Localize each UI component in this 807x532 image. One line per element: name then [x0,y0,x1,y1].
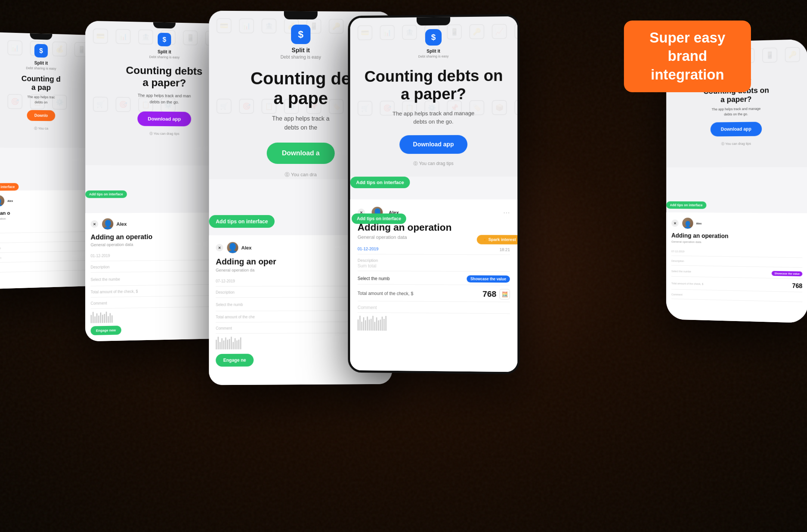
app-desc-5: The app helps track and managedebts on t… [706,106,766,117]
modal-avatar-3: 👤 [227,242,238,253]
tip-badge-3: Add tips on interface [209,215,275,228]
modal-user-5: Alex [696,222,702,225]
modal-user-2: Alex [116,221,127,227]
app-name-1: Split it [34,60,48,66]
engage-button-3[interactable]: Engage ne [216,354,253,367]
drag-hint-5: ⓪ You can drag tips [721,141,751,147]
app-desc-3: The app helps track adebts on the [261,114,341,132]
modal-avatar-1: 👤 [0,195,4,207]
total-value-4: 768 [483,289,497,299]
phone-modal-5: ✕ 👤 Alex Adding an operation General ope… [666,212,807,323]
app-desc-2: The app helps track and mandebts on the … [130,92,198,105]
desc-label-4: Description [358,258,510,263]
app-headline-4: Counting debts ona paper? [353,66,514,103]
notch-2 [153,22,176,28]
drag-hint-2: ⓪ You can drag tips [149,131,179,137]
app-screen-4: 💳📊🏦💰 📱🔑📈💵 🛒🎯📋⚙️ 📌🏷️📦🔔 $ Split it Debt sh… [350,16,517,372]
app-logo-4: $ [425,29,442,46]
notch-4 [417,17,450,26]
app-logo-1: $ [34,44,48,58]
modal-avatar-5: 👤 [682,218,693,229]
select-label-4: Select the numb [358,276,467,281]
engage-button-2[interactable]: Engage new [91,326,121,335]
showcase-badge-5: Showcase the value [772,271,803,277]
app-tagline-4: Debt sharing is easy [418,55,448,59]
app-headline-3: Counting dea pape [239,68,362,108]
app-name-2: Split it [158,49,171,55]
download-button-4[interactable]: Download app [400,135,467,154]
date-field-4: 01-12-2019 [358,246,378,251]
phone-card-4: 💳📊🏦💰 📱🔑📈💵 🛒🎯📋⚙️ 📌🏷️📦🔔 $ Split it Debt sh… [348,14,520,374]
app-name-4: Split it [427,49,440,54]
app-headline-1: Counting da pap [16,74,66,92]
modal-user-1: Alex [7,199,13,202]
modal-subtitle-5: General operation data [671,240,803,245]
total-label-4: Total amount of the check, $ [358,291,483,297]
modal-title-1: Adding an o [0,209,99,216]
tip-badge-4: Add tips on interface [350,177,410,188]
download-button-2[interactable]: Download app [137,112,191,127]
modal-subtitle-1: General operation [0,216,99,221]
drag-hint-3: ⓪ You can dra [285,171,316,178]
notch-3 [284,11,318,19]
tip-badge-5: Add tips on interface [666,201,706,209]
app-headline-2: Counting debtsa paper? [118,64,210,90]
add-tips-badge-4: Add tips on interface [352,214,406,224]
app-logo-2: $ [158,33,171,47]
comment-label-4: Comment [358,305,377,310]
download-button-5[interactable]: Download app [711,122,762,136]
drag-hint-4: ⓪ You can drag tips [413,160,453,167]
app-tagline-3: Debt sharing is easy [281,55,321,60]
tip-badge-1: Add tips on interface [0,183,19,191]
notch-1 [30,33,52,40]
barcode-4 [358,316,510,332]
modal-close-2[interactable]: ✕ [91,220,98,228]
modal-user-3: Alex [241,245,252,251]
app-logo-3: $ [291,25,310,44]
app-desc-1: The app helps tracdebts on [22,94,60,105]
app-desc-4: The app helps track and managedebts on t… [381,109,486,126]
app-tagline-1: Debt sharing is easy [26,66,56,71]
tip-badge-2: Add tips on interface [85,190,127,198]
drag-hint-1: ⓪ You ca [34,126,48,131]
showcase-badge-4: Showcase the value [467,275,510,283]
calculator-icon[interactable]: 🧮 [500,289,510,299]
brand-badge: Super easy brand integration [624,21,751,92]
download-button-1[interactable]: Downlo [27,110,55,121]
desc-hint-4: Sum total [358,263,510,269]
spark-badge: 🔸 Spark interest [477,235,517,244]
download-button-3[interactable]: Download a [267,143,334,164]
modal-title-5: Adding an operation [671,232,803,240]
phone-modal-4: ✕ 👤 Alex ⋯ Adding an operation General o… [350,199,517,372]
modal-close-3[interactable]: ✕ [216,244,223,251]
app-name-3: Split it [292,47,310,54]
app-tagline-2: Debt sharing is easy [149,55,179,59]
modal-avatar-2: 👤 [102,218,113,230]
modal-close-5[interactable]: ✕ [671,220,678,227]
